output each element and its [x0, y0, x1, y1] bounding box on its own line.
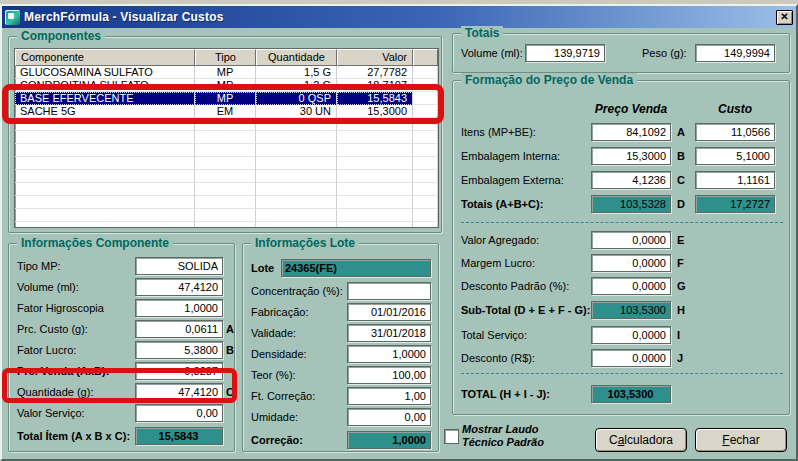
itens-custo-field[interactable]: 11,0566 — [695, 123, 775, 141]
table-empty-row — [15, 222, 438, 228]
column-header-valor[interactable]: Valor — [337, 49, 413, 66]
fechar-button[interactable]: Fechar — [695, 428, 787, 452]
totais-abc-custo-field: 17,2727 — [695, 195, 775, 213]
letter-a: A — [677, 126, 685, 138]
table-empty-row — [15, 157, 438, 170]
total-item-field: 15,5843 — [135, 427, 223, 445]
group-componentes-title: Componentes — [17, 29, 105, 43]
mostrar-laudo-label-line1: Mostrar Laudo — [462, 423, 544, 436]
validade-field[interactable]: 31/01/2018 — [347, 324, 431, 342]
table-empty-row — [15, 131, 438, 144]
concentracao-field[interactable] — [347, 282, 431, 300]
correcao-field: 1,0000 — [347, 431, 431, 449]
letter-g: G — [677, 280, 686, 292]
embalagem-externa-preco-field[interactable]: 4,1236 — [591, 171, 671, 189]
screen: MerchFórmula - Visualizar Custos ✕ Compo… — [0, 0, 798, 461]
group-info-componente-title: Informações Componente — [17, 236, 173, 250]
custo-column-header: Custo — [695, 102, 775, 116]
prc-venda-label: Prc. Venda (AxB): — [17, 365, 109, 377]
densidade-field[interactable]: 1,0000 — [347, 345, 431, 363]
ft-correcao-field[interactable]: 1,00 — [347, 387, 431, 405]
totais-abc-label: Totais (A+B+C): — [461, 198, 543, 210]
lote-label: Lote — [251, 262, 274, 274]
prc-venda-field[interactable]: 0,3287 — [135, 362, 223, 380]
sub-total-label: Sub-Total (D + E + F - G): — [461, 304, 590, 316]
cell-quantidade: 30 UN — [256, 105, 337, 118]
concentracao-label: Concentração (%): — [251, 285, 343, 297]
componentes-table[interactable]: Componente Tipo Quantidade Valor GLUCOSA… — [14, 48, 439, 228]
fabricacao-field[interactable]: 01/01/2016 — [347, 303, 431, 321]
group-componentes: Componentes Componente Tipo Quantidade V… — [8, 36, 442, 233]
dashed-separator — [461, 373, 783, 374]
prc-custo-field[interactable]: 0,0611 — [135, 320, 223, 338]
cell-tipo: MP — [195, 79, 256, 92]
letter-h: H — [677, 304, 685, 316]
column-header-quantidade[interactable]: Quantidade — [256, 49, 337, 66]
app-icon — [5, 10, 20, 25]
cell-componente: GLUCOSAMINA SULFATO — [15, 66, 195, 79]
margem-lucro-field[interactable]: 0,0000 — [591, 254, 671, 272]
letter-a-componente: A — [226, 323, 234, 335]
cell-quantidade: 0 QSP — [256, 92, 337, 105]
table-row-selected[interactable]: BASE EFERVECENTE MP 0 QSP 15,5843 — [15, 92, 438, 105]
embalagem-interna-custo-field[interactable]: 5,1000 — [695, 147, 775, 165]
tipo-mp-field[interactable]: SOLIDA — [135, 257, 223, 275]
close-icon[interactable]: ✕ — [776, 10, 793, 25]
peso-field[interactable]: 149,9994 — [695, 44, 775, 62]
table-row[interactable]: GLUCOSAMINA SULFATO MP 1,5 G 27,7782 — [15, 66, 438, 79]
total-servico-field[interactable]: 0,0000 — [591, 326, 671, 344]
cell-quantidade: 1,5 G — [256, 66, 337, 79]
teor-label: Teor (%): — [251, 369, 296, 381]
table-header: Componente Tipo Quantidade Valor — [15, 49, 438, 66]
mostrar-laudo-label[interactable]: Mostrar Laudo Técnico Padrão — [462, 423, 544, 449]
umidade-field[interactable]: 0,00 — [347, 408, 431, 426]
group-formacao-preco: Formação do Preço de Venda Preço Venda C… — [452, 80, 790, 415]
fator-lucro-field[interactable]: 5,3800 — [135, 341, 223, 359]
margem-lucro-label: Margem Lucro: — [461, 257, 535, 269]
valor-agregado-label: Valor Agregado: — [461, 234, 539, 246]
embalagem-interna-preco-field[interactable]: 15,3000 — [591, 147, 671, 165]
table-empty-row — [15, 196, 438, 209]
table-row[interactable]: SACHE 5G EM 30 UN 15,3000 — [15, 105, 438, 118]
valor-servico-field[interactable]: 0,00 — [135, 404, 223, 422]
group-info-componente: Informações Componente Tipo MP: SOLIDA V… — [8, 243, 235, 452]
group-totais: Totais Volume (ml): 139,9719 Peso (g): 1… — [452, 33, 790, 73]
total-field: 103,5300 — [591, 385, 671, 403]
tipo-mp-label: Tipo MP: — [17, 260, 61, 272]
desconto-padrao-field[interactable]: 0,0000 — [591, 277, 671, 295]
densidade-label: Densidade: — [251, 348, 307, 360]
letter-b-componente: B — [226, 344, 234, 356]
total-servico-label: Total Serviço: — [461, 329, 527, 341]
titlebar[interactable]: MerchFórmula - Visualizar Custos ✕ — [2, 6, 796, 28]
itens-label: Itens (MP+BE): — [461, 126, 536, 138]
cell-valor: 15,3000 — [337, 105, 413, 118]
column-header-blank — [413, 49, 438, 66]
sub-total-field: 103,5300 — [591, 301, 671, 319]
volume-ml-field[interactable]: 47,4120 — [135, 278, 223, 296]
column-header-tipo[interactable]: Tipo — [195, 49, 256, 66]
desconto-rs-label: Desconto (R$): — [461, 352, 535, 364]
letter-c-componente: C — [226, 386, 234, 398]
group-totais-title: Totais — [461, 26, 503, 40]
validade-label: Validade: — [251, 327, 296, 339]
quantidade-field[interactable]: 47,4120 — [135, 383, 223, 401]
cell-valor: 18,7107 — [337, 79, 413, 92]
cell-tipo: EM — [195, 105, 256, 118]
column-header-componente[interactable]: Componente — [15, 49, 195, 66]
itens-preco-field[interactable]: 84,1092 — [591, 123, 671, 141]
mostrar-laudo-checkbox[interactable] — [444, 429, 459, 444]
calculadora-button[interactable]: Calculadora — [595, 428, 687, 452]
umidade-label: Umidade: — [251, 411, 298, 423]
totais-abc-preco-field: 103,5328 — [591, 195, 671, 213]
valor-agregado-field[interactable]: 0,0000 — [591, 231, 671, 249]
table-row[interactable]: CONDROITINA SULFATO MP 1,2 G 18,7107 — [15, 79, 438, 92]
volume-label: Volume (ml): — [461, 47, 523, 59]
valor-servico-label: Valor Serviço: — [17, 407, 85, 419]
desconto-rs-field[interactable]: 0,0000 — [591, 349, 671, 367]
volume-field[interactable]: 139,9719 — [525, 44, 605, 62]
teor-field[interactable]: 100,00 — [347, 366, 431, 384]
embalagem-externa-custo-field[interactable]: 1,1161 — [695, 171, 775, 189]
letter-b: B — [677, 150, 685, 162]
embalagem-externa-label: Embalagem Externa: — [461, 174, 564, 186]
fator-higroscopia-field[interactable]: 1,0000 — [135, 299, 223, 317]
